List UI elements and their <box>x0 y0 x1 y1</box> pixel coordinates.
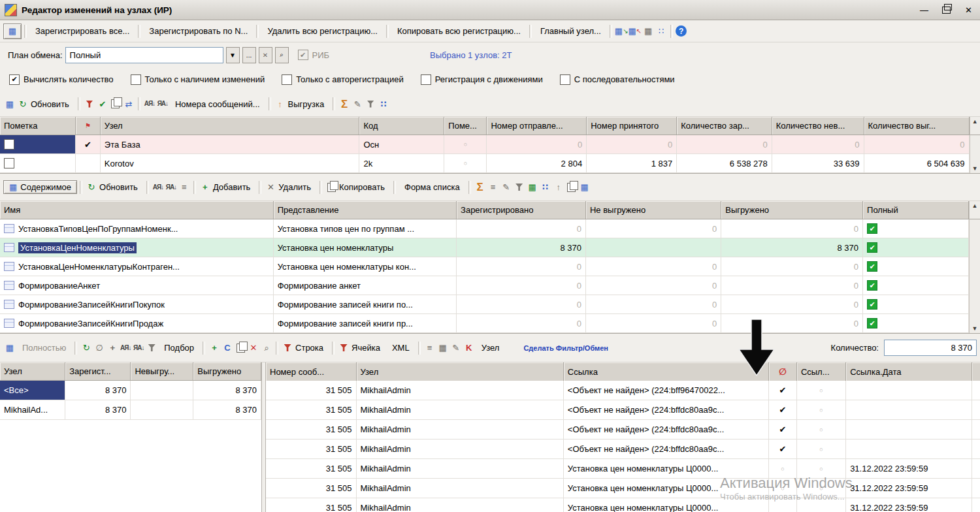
sent-cell[interactable]: 2 804 <box>487 154 587 173</box>
cell-filter-icon[interactable] <box>337 342 350 355</box>
checkbox-only-with-changes[interactable]: Только с наличием изменений <box>131 74 265 85</box>
pome-cell[interactable]: ○ <box>444 154 487 173</box>
copy-icon[interactable] <box>325 181 338 194</box>
full-cell[interactable]: ✔ <box>863 276 969 295</box>
link-cell[interactable]: <Объект не найден> (224:bffdc80aa9c... <box>564 400 769 420</box>
uploaded-cell[interactable]: 0 <box>721 295 863 314</box>
registered-cell[interactable]: 6 538 278 <box>677 154 772 173</box>
table-row[interactable]: 31 505 MikhailAdmin Установка цен номенк… <box>266 479 980 498</box>
copy-icon[interactable] <box>234 342 247 355</box>
registered-cell[interactable]: 8 370 <box>65 381 131 400</box>
filter-table-icon[interactable] <box>83 97 96 110</box>
uploaded-cell[interactable]: 0 <box>721 276 863 295</box>
link-date-cell[interactable] <box>846 420 972 440</box>
message-number-cell[interactable]: 31 505 <box>266 381 357 400</box>
link2-cell[interactable] <box>797 498 846 512</box>
link-cell[interactable]: Установка цен номенклатуры Ц0000... <box>564 479 769 498</box>
link2-cell[interactable]: ○ <box>797 440 846 459</box>
column-header-code[interactable]: Код <box>359 117 444 135</box>
sort-desc-icon[interactable]: ЯА↓ <box>156 97 169 110</box>
full-cell[interactable]: ✔ <box>863 257 969 276</box>
uploaded-cell[interactable]: 6 504 639 <box>864 154 970 173</box>
node-cell[interactable]: MikhailAdmin <box>357 420 564 440</box>
column-header-node[interactable]: Узел <box>0 362 65 381</box>
link2-cell[interactable]: ○ <box>797 459 846 479</box>
table-row[interactable]: 31 505 MikhailAdmin <Объект не найден> (… <box>266 440 980 459</box>
main-node-button[interactable]: Главный узел... <box>534 24 607 38</box>
link-date-cell[interactable]: 31.12.2022 23:59:59 <box>846 498 972 512</box>
node-cell[interactable]: MikhailAd... <box>0 400 65 420</box>
pome-cell[interactable]: ○ <box>444 135 487 154</box>
find-icon[interactable]: ⌕ <box>260 342 273 355</box>
table-row[interactable]: MikhailAd... 8 370 8 370 <box>0 400 261 420</box>
flag-cell[interactable] <box>76 154 101 173</box>
node-cell[interactable]: <Все> <box>0 381 65 400</box>
cell-button[interactable]: Ячейка <box>350 341 386 355</box>
node-cell[interactable]: MikhailAdmin <box>357 381 564 400</box>
link-date-cell[interactable]: 31.12.2022 23:59:59 <box>846 459 972 479</box>
checkbox-only-autoregistration[interactable]: Только с авторегистрацией <box>282 74 403 85</box>
registered-cell[interactable]: 0 <box>677 135 772 154</box>
representation-cell[interactable]: Формирование анкет <box>274 276 457 295</box>
help-icon[interactable]: ? <box>676 25 687 37</box>
scrollbar[interactable] <box>969 219 980 238</box>
message-number-cell[interactable]: 31 505 <box>266 400 357 420</box>
node-cell[interactable]: MikhailAdmin <box>357 479 564 498</box>
delete-button[interactable]: Удалить <box>277 180 317 194</box>
null-mark-cell[interactable]: ✔ <box>769 400 797 420</box>
table-row[interactable]: ФормированиеЗаписейКнигиПокупок Формиров… <box>0 295 980 314</box>
not-uploaded-cell[interactable]: 0 <box>772 135 864 154</box>
name-cell[interactable]: УстановкаЦенНоменклатуры <box>0 238 274 257</box>
refresh-button[interactable]: Обновить <box>29 97 75 111</box>
fully-button[interactable]: Полностью <box>16 341 72 355</box>
column-header-received[interactable]: Номер принятого <box>587 117 677 135</box>
table-row[interactable]: УстановкаЦенНоменклатурыКонтраген... Уст… <box>0 257 980 276</box>
dropdown-button[interactable]: ▼ <box>226 47 240 63</box>
null-mark-cell[interactable]: ○ <box>769 459 797 479</box>
link2-cell[interactable]: ○ <box>797 479 846 498</box>
choose-button[interactable]: ... <box>242 47 256 63</box>
table-row[interactable]: УстановкаТиповЦенПоГруппамНоменк... Уста… <box>0 219 980 238</box>
message-number-cell[interactable]: 31 505 <box>266 440 357 459</box>
code-cell[interactable]: 2k <box>359 154 444 173</box>
add-icon[interactable]: + <box>208 342 221 355</box>
close-button[interactable]: ✕ <box>960 3 977 17</box>
full-cell[interactable]: ✔ <box>863 238 969 257</box>
link-cell[interactable]: <Объект не найден> (224:bffdc80aa9c... <box>564 420 769 440</box>
sigma-icon[interactable]: Σ <box>338 97 351 110</box>
null-mark-cell[interactable]: ✔ <box>769 440 797 459</box>
table-row[interactable]: 31 505 MikhailAdmin <Объект не найден> (… <box>266 420 980 440</box>
register-all-button[interactable]: Зарегистрировать все... <box>29 24 135 38</box>
table-row-selected[interactable]: УстановкаЦенНоменклатуры Установка цен н… <box>0 238 980 257</box>
editor-grid-icon[interactable]: ▦ <box>3 24 22 39</box>
not-uploaded-cell[interactable]: 0 <box>586 314 721 333</box>
grid-edit-icon[interactable]: ▦ <box>578 181 591 194</box>
sort-desc-icon[interactable]: ЯА↓ <box>165 181 178 194</box>
registered-cell[interactable]: 0 <box>457 276 586 295</box>
clear-button[interactable]: ✕ <box>259 47 272 63</box>
mark-cell[interactable] <box>0 135 76 154</box>
column-header-sent[interactable]: Номер отправле... <box>487 117 587 135</box>
scrollbar[interactable]: ▼ <box>969 314 980 333</box>
node-cell[interactable]: MikhailAdmin <box>357 459 564 479</box>
column-header-registered[interactable]: Количество зар... <box>677 117 772 135</box>
checkbox[interactable] <box>421 74 431 85</box>
sort-asc-icon[interactable]: АЯ↓ <box>152 181 165 194</box>
link-date-cell[interactable]: 31.12.2022 23:59:59 <box>846 479 972 498</box>
column-header-uploaded[interactable]: Выгружено <box>193 362 261 381</box>
open-button[interactable]: ⌕ <box>275 47 289 63</box>
not-uploaded-cell[interactable]: 0 <box>586 219 721 238</box>
registered-cell[interactable]: 8 370 <box>65 400 131 420</box>
network-icon[interactable]: ∷ <box>539 181 552 194</box>
row-button[interactable]: Строка <box>294 341 329 355</box>
not-uploaded-cell[interactable] <box>131 400 193 420</box>
scrollbar[interactable] <box>969 238 980 257</box>
name-cell[interactable]: ФормированиеЗаписейКнигиПокупок <box>0 295 274 314</box>
contents-toggle-button[interactable]: ▦ Содержимое <box>3 180 77 194</box>
filter-settings-icon[interactable] <box>145 342 158 355</box>
received-cell[interactable]: 0 <box>587 135 677 154</box>
upload-button[interactable]: Выгрузка <box>287 97 331 111</box>
brush-icon[interactable]: ✎ <box>449 342 463 355</box>
row-filter-icon[interactable] <box>281 342 294 355</box>
move-split-icon[interactable]: + <box>106 342 119 355</box>
